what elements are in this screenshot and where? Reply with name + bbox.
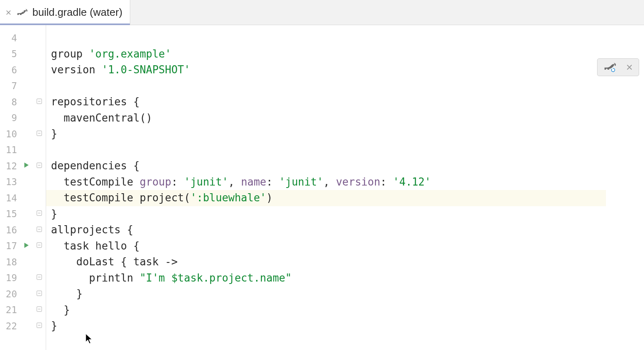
line-number: 14 <box>0 190 20 206</box>
code-line[interactable]: task hello { <box>46 238 606 254</box>
svg-point-0 <box>23 11 24 12</box>
fold-toggle-icon[interactable] <box>36 274 42 282</box>
line-number: 21 <box>0 302 20 318</box>
code-line[interactable]: testCompile project(':bluewhale') <box>46 190 606 206</box>
line-number: 7 <box>0 78 20 94</box>
fold-toggle-icon[interactable] <box>36 210 42 218</box>
code-line[interactable]: } <box>46 318 606 334</box>
line-number: 13 <box>0 174 20 190</box>
fold-toggle-icon[interactable] <box>36 226 42 234</box>
tab-label: build.gradle (water) <box>32 6 123 19</box>
line-number: 22 <box>0 318 20 334</box>
fold-toggle-icon[interactable] <box>36 242 42 250</box>
tab-close-icon[interactable] <box>5 9 12 16</box>
tab-bar: build.gradle (water) <box>0 0 644 25</box>
line-number: 6 <box>0 62 20 78</box>
code-line[interactable]: testCompile group: 'junit', name: 'junit… <box>46 174 606 190</box>
line-number: 15 <box>0 206 20 222</box>
line-number: 12 <box>0 158 20 174</box>
fold-toggle-icon[interactable] <box>36 130 42 138</box>
gutter-run-markers <box>20 25 32 350</box>
fold-toggle-icon[interactable] <box>36 290 42 298</box>
code-line[interactable]: version '1.0-SNAPSHOT' <box>46 62 606 78</box>
fold-toggle-icon[interactable] <box>36 322 42 330</box>
line-number: 10 <box>0 126 20 142</box>
code-line[interactable]: } <box>46 286 606 302</box>
code-line[interactable]: mavenCentral() <box>46 110 606 126</box>
line-number: 4 <box>0 30 20 46</box>
run-gutter-icon[interactable] <box>23 242 30 250</box>
code-line[interactable] <box>46 30 606 46</box>
line-number: 18 <box>0 254 20 270</box>
tab-build-gradle[interactable]: build.gradle (water) <box>0 0 130 25</box>
code-line[interactable]: dependencies { <box>46 158 606 174</box>
gradle-reload-notification[interactable] <box>597 58 639 76</box>
line-number: 5 <box>0 46 20 62</box>
notification-close-icon[interactable] <box>626 64 633 71</box>
gradle-elephant-icon <box>16 6 28 19</box>
code-line[interactable]: allprojects { <box>46 222 606 238</box>
code-line[interactable]: repositories { <box>46 94 606 110</box>
code-line[interactable]: } <box>46 302 606 318</box>
line-number: 9 <box>0 110 20 126</box>
fold-toggle-icon[interactable] <box>36 306 42 314</box>
gradle-reload-icon[interactable] <box>603 61 617 73</box>
code-area[interactable]: group 'org.example'version '1.0-SNAPSHOT… <box>46 25 606 350</box>
fold-toggle-icon[interactable] <box>36 162 42 170</box>
line-number: 11 <box>0 142 20 158</box>
code-line[interactable]: } <box>46 206 606 222</box>
gutter-fold-markers <box>32 25 46 350</box>
code-editor[interactable]: 45678910111213141516171819202122 group '… <box>0 25 644 350</box>
code-line[interactable] <box>46 142 606 158</box>
code-line[interactable]: group 'org.example' <box>46 46 606 62</box>
code-line[interactable]: println "I'm $task.project.name" <box>46 270 606 286</box>
code-line[interactable] <box>46 78 606 94</box>
line-number: 16 <box>0 222 20 238</box>
line-number: 19 <box>0 270 20 286</box>
code-line[interactable]: doLast { task -> <box>46 254 606 270</box>
fold-toggle-icon[interactable] <box>36 98 42 106</box>
line-number: 20 <box>0 286 20 302</box>
run-gutter-icon[interactable] <box>23 162 30 170</box>
line-number: 8 <box>0 94 20 110</box>
line-number: 17 <box>0 238 20 254</box>
gutter-line-numbers: 45678910111213141516171819202122 <box>0 25 20 350</box>
code-line[interactable]: } <box>46 126 606 142</box>
